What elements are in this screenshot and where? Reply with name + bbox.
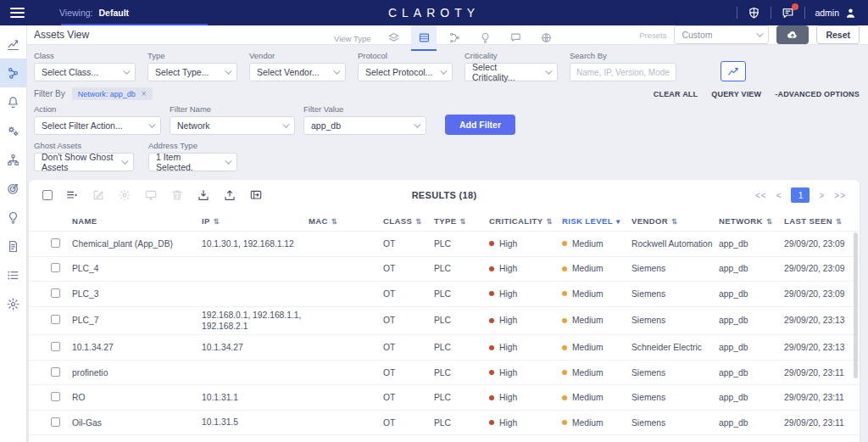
- row-checkbox[interactable]: [51, 288, 60, 298]
- view-type-globe[interactable]: [533, 25, 559, 51]
- vendor-select[interactable]: Select Vendor...: [249, 63, 346, 81]
- column-header-type[interactable]: TYPE⇅: [434, 216, 489, 226]
- user-menu[interactable]: admin: [815, 6, 858, 20]
- protocol-select[interactable]: Select Protocol...: [358, 63, 453, 81]
- action-value: Select Filter Action...: [42, 120, 123, 131]
- query-view-link[interactable]: QUERY VIEW: [711, 90, 761, 98]
- search-by-label: Search By: [570, 51, 676, 60]
- row-checkbox[interactable]: [51, 367, 60, 377]
- column-header-name[interactable]: NAME: [72, 216, 202, 226]
- row-checkbox[interactable]: [51, 417, 60, 427]
- select-all-checkbox[interactable]: [42, 190, 53, 200]
- table-row[interactable]: PLC_4OTPLCHighMediumSiemensapp_db29/09/2…: [29, 256, 860, 282]
- asset-name[interactable]: profinetio: [72, 368, 202, 378]
- criticality-dot: [489, 266, 494, 271]
- clear-all-link[interactable]: CLEAR ALL: [654, 90, 698, 98]
- column-header-ip[interactable]: IP⇅: [202, 216, 309, 226]
- address-type-select[interactable]: 1 Item Selected.: [148, 153, 237, 171]
- asset-name[interactable]: 10.1.34.27: [72, 343, 202, 352]
- presets-label: Presets: [639, 31, 666, 40]
- column-header-mac[interactable]: MAC⇅: [309, 216, 383, 226]
- row-checkbox[interactable]: [51, 392, 60, 401]
- notification-badge: [792, 3, 798, 10]
- upload-icon[interactable]: [223, 188, 236, 202]
- table-row[interactable]: 10.1.34.2710.1.34.27OTPLCHighMediumSchne…: [29, 334, 860, 360]
- asset-name[interactable]: Chemical_plant (App_DB): [72, 239, 202, 249]
- column-header-risk-level[interactable]: RISK LEVEL▾: [562, 216, 632, 226]
- type-select[interactable]: Select Type...: [147, 63, 237, 81]
- row-checkbox[interactable]: [51, 315, 60, 324]
- cloud-save-button[interactable]: [776, 25, 809, 44]
- asset-name[interactable]: PLC_4: [72, 264, 202, 273]
- sidebar-item-insights[interactable]: [0, 203, 26, 232]
- sidebar-item-assets[interactable]: [0, 59, 26, 87]
- current-view-tab[interactable]: Default: [99, 8, 130, 18]
- add-filter-button[interactable]: Add Filter: [445, 115, 515, 135]
- filter-chip[interactable]: Network: app_db ×: [72, 87, 153, 100]
- table-row[interactable]: PLC_7192.168.0.1, 192.168.1.1, 192.168.2…: [29, 306, 860, 335]
- filter-action-select[interactable]: Select Filter Action...: [34, 116, 161, 135]
- shield-icon[interactable]: [747, 6, 761, 20]
- asset-ip: 192.168.0.1, 192.168.1.1, 192.168.2.1: [202, 310, 309, 333]
- table-row[interactable]: RO10.1.31.1OTPLCHighMediumSiemensapp_db2…: [29, 384, 860, 410]
- row-checkbox[interactable]: [51, 342, 60, 351]
- presets-select[interactable]: Custom: [674, 25, 769, 44]
- asset-class: OT: [383, 343, 434, 352]
- column-header-class[interactable]: CLASS⇅: [383, 216, 434, 226]
- sidebar-item-logs[interactable]: [0, 260, 26, 289]
- hamburger-menu-icon[interactable]: [0, 8, 34, 18]
- scrollbar[interactable]: [854, 232, 858, 378]
- table-row[interactable]: Chemical_plant (App_DB)10.1.30.1, 192.16…: [29, 231, 860, 256]
- class-select[interactable]: Select Class...: [34, 63, 136, 81]
- download-icon[interactable]: [197, 188, 210, 202]
- first-page-button[interactable]: <<: [755, 191, 767, 200]
- ghost-assets-select[interactable]: Don't Show Ghost Assets: [34, 153, 134, 171]
- table-row[interactable]: PLC_3OTPLCHighMediumSiemensapp_db29/09/2…: [29, 281, 860, 306]
- view-type-bulb[interactable]: [472, 25, 498, 51]
- table-row[interactable]: Suger10.1.31.3, 10.1.31.4OTPLCHighMedium…: [29, 434, 860, 442]
- row-checkbox[interactable]: [51, 238, 60, 248]
- column-header-vendor[interactable]: VENDOR⇅: [632, 216, 719, 226]
- sidebar-item-alerts[interactable]: [0, 87, 26, 116]
- column-header-last-seen[interactable]: LAST SEEN⇅: [784, 216, 860, 226]
- close-icon[interactable]: ×: [142, 89, 147, 98]
- column-header-network[interactable]: NETWORK⇅: [719, 216, 784, 226]
- search-input[interactable]: [570, 63, 676, 81]
- sidebar-item-process-gears[interactable]: [0, 116, 26, 145]
- sidebar-item-settings[interactable]: [0, 289, 26, 318]
- filter-name-select[interactable]: Network: [170, 116, 295, 135]
- report-export-icon[interactable]: [249, 188, 263, 202]
- table-icon: [418, 31, 431, 44]
- table-row[interactable]: Oil-Gas10.1.31.5OTPLCHighMediumSiemensap…: [29, 410, 860, 435]
- asset-vendor: Siemens: [632, 264, 719, 273]
- trend-chart-button[interactable]: [721, 61, 746, 81]
- view-type-layers[interactable]: [381, 25, 406, 51]
- row-checkbox[interactable]: [51, 263, 60, 272]
- view-type-tree[interactable]: [442, 25, 467, 51]
- next-page-button[interactable]: >: [819, 191, 825, 200]
- asset-name[interactable]: PLC_7: [72, 316, 202, 325]
- sidebar-item-target[interactable]: [0, 174, 26, 203]
- column-header-criticality[interactable]: CRITICALITY⇅: [489, 216, 562, 226]
- feedback-icon[interactable]: [781, 6, 795, 20]
- sidebar-item-dashboard[interactable]: [0, 30, 26, 59]
- view-type-table[interactable]: [411, 25, 437, 51]
- asset-name[interactable]: PLC_3: [72, 289, 202, 299]
- bulk-actions-icon[interactable]: [65, 188, 79, 202]
- filter-name-value: Network: [177, 120, 210, 131]
- hierarchy-icon: [6, 153, 20, 167]
- last-page-button[interactable]: >>: [834, 191, 846, 200]
- filter-value-select[interactable]: app_db: [303, 116, 426, 135]
- prev-page-button[interactable]: <: [776, 191, 782, 200]
- view-type-chat[interactable]: [503, 25, 528, 51]
- asset-name[interactable]: Oil-Gas: [72, 418, 202, 428]
- asset-class: OT: [383, 264, 434, 273]
- asset-name[interactable]: RO: [72, 393, 202, 402]
- sidebar-item-reports[interactable]: [0, 232, 26, 260]
- table-row[interactable]: profinetioOTPLCHighMediumSiemensapp_db29…: [29, 360, 860, 385]
- advanced-options-link[interactable]: -ADVANCED OPTIONS: [775, 90, 860, 98]
- sidebar-item-hierarchy[interactable]: [0, 145, 26, 174]
- current-page[interactable]: 1: [791, 187, 810, 203]
- criticality-select[interactable]: Select Criticality...: [465, 63, 558, 81]
- reset-button[interactable]: Reset: [816, 25, 860, 44]
